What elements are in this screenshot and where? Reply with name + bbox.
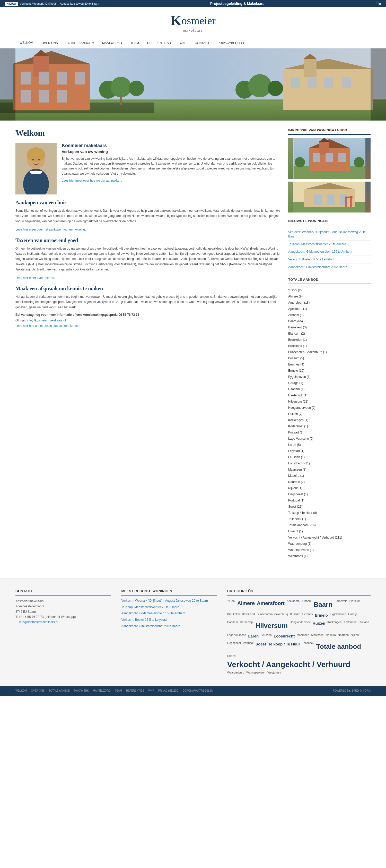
cat-tag[interactable]: Soest xyxy=(255,641,266,653)
footer-nav-item[interactable]: REFERENTIES xyxy=(126,689,144,692)
cat-tag[interactable]: Arnhem xyxy=(302,598,312,611)
section3-link[interactable]: Lees hier meer over taxeren. xyxy=(15,276,55,280)
nav-privacybeleid[interactable]: PRIVACYBELEID ▾ xyxy=(214,38,249,48)
aanbod-item[interactable]: Naarden (2) xyxy=(288,479,371,485)
aanbod-item[interactable]: Eygelshoven (1) xyxy=(288,374,371,380)
linkedin-icon[interactable]: in xyxy=(379,2,381,5)
aanbod-item[interactable]: Huizen (7) xyxy=(288,411,371,417)
nav-wnf[interactable]: WNF xyxy=(175,38,190,48)
news-item[interactable]: Verkocht: Woonark "Drijfhout" – August J… xyxy=(288,228,371,241)
footer-nav-item[interactable]: OVER ONS xyxy=(31,689,44,692)
aanbod-item[interactable]: Portugal (1) xyxy=(288,497,371,503)
cat-tag[interactable]: Naarden xyxy=(338,632,349,640)
footer-nav-item[interactable]: TEAM xyxy=(115,689,122,692)
nav-team[interactable]: TEAM xyxy=(126,38,143,48)
cat-tag[interactable]: Hooglanderveen xyxy=(290,620,311,632)
news-item[interactable]: Aangekocht: Gildemeetersplein 166 te Arn… xyxy=(288,248,371,256)
nav-over-ons[interactable]: OVER ONS xyxy=(37,38,62,48)
cat-tag[interactable]: Waardenburg xyxy=(227,670,244,675)
cat-tag[interactable]: Bussum xyxy=(290,612,300,619)
aanbod-item[interactable]: Arnhem (1) xyxy=(288,312,371,318)
aanbod-item[interactable]: Hooglanderveen (2) xyxy=(288,405,371,411)
aanbod-item[interactable]: Lelystad (1) xyxy=(288,448,371,454)
footer-nav-item[interactable]: WNF xyxy=(148,689,154,692)
aanbod-item[interactable]: Nijkerk (1) xyxy=(288,485,371,491)
nav-maatwerk[interactable]: MAATWERK ▾ xyxy=(98,38,126,48)
cat-tag[interactable]: 't Gooi xyxy=(227,598,235,611)
aanbod-item[interactable]: Te koop / Te Huur (8) xyxy=(288,510,371,516)
aanbod-item[interactable]: Hilversum (21) xyxy=(288,399,371,405)
aanbod-item[interactable]: Amersfoort (18) xyxy=(288,300,371,306)
nav-contact[interactable]: CONTACT xyxy=(191,38,214,48)
cat-tag[interactable]: Te koop / Te Huur xyxy=(268,641,300,653)
cat-tag[interactable]: Barneveld xyxy=(335,598,347,611)
aanbod-item[interactable]: Ermelo (16) xyxy=(288,368,371,374)
news-item[interactable]: Aangekocht: Pinksterbloernhof 20 te Baar… xyxy=(288,264,371,271)
footer-nav-item[interactable]: MANTELZORG xyxy=(93,689,111,692)
aanbod-item[interactable]: Harderwijk (1) xyxy=(288,392,371,399)
aanbod-item[interactable]: Almere (9) xyxy=(288,293,371,300)
nav-totale-aanbod[interactable]: TOTALE AANBOD ▾ xyxy=(62,38,98,48)
news-item[interactable]: Verkocht: Boeler 02 5 te Lelystad xyxy=(288,256,371,264)
cat-tag[interactable]: Harderwijk xyxy=(240,620,253,632)
aanbod-item[interactable]: Haarlem (1) xyxy=(288,386,371,392)
aanbod-item[interactable]: Wanneperveen (1) xyxy=(288,547,371,553)
aanbod-item[interactable]: Eemnes (4) xyxy=(288,361,371,368)
aanbod-item[interactable]: Tollebeek (1) xyxy=(288,516,371,522)
cat-tag[interactable]: Portugal xyxy=(243,641,253,653)
cat-tag[interactable]: Huizen xyxy=(313,620,325,632)
aanbod-item[interactable]: Loosdrecht (11) xyxy=(288,460,371,466)
cat-tag[interactable]: Wanneperveen xyxy=(246,670,265,675)
aanbod-item[interactable]: Leusden (1) xyxy=(288,454,371,460)
aanbod-item[interactable]: Verkocht / Aangekocht / Verhuurd (211) xyxy=(288,534,371,540)
news-item[interactable]: Te Koop: Maastrichtskwartier 72 te Almer… xyxy=(288,241,371,248)
facebook-icon[interactable]: f xyxy=(376,2,376,5)
footer-nav-item[interactable]: CORONAMAATREGELEN xyxy=(183,689,213,692)
aanbod-item[interactable]: Apeldoorn (1) xyxy=(288,306,371,312)
footer-nav-item[interactable]: TOTALE AANBOD xyxy=(49,689,70,692)
aanbod-item[interactable]: Broekland (1) xyxy=(288,343,371,349)
aanbod-item[interactable]: Bunschoten-Spakenburg (1) xyxy=(288,349,371,355)
cat-tag[interactable]: Eemnes xyxy=(302,612,313,619)
recent-item[interactable]: Verkocht: Boeler 02 5 te Lelystad xyxy=(121,618,217,622)
logo[interactable]: K osmeier makelaars xyxy=(170,12,216,32)
aanbod-item[interactable]: Westbroek (1) xyxy=(288,553,371,559)
footer-nav-item[interactable]: WELKOM xyxy=(15,689,27,692)
aanbod-item[interactable]: Breukelen (1) xyxy=(288,337,371,343)
cat-tag[interactable]: Apeldoorn xyxy=(287,598,300,611)
aanbod-item[interactable]: 't Gooi (2) xyxy=(288,287,371,293)
aanbod-item[interactable]: Lage Vuursche (2) xyxy=(288,436,371,442)
aanbod-item[interactable]: Kockengen (1) xyxy=(288,417,371,423)
cat-tag[interactable]: Laren xyxy=(248,632,258,640)
nav-referenties[interactable]: REFERENTIES ▾ xyxy=(143,38,175,48)
recent-item[interactable]: Te Koop: Maastrichtskwartier 72 te Almer… xyxy=(121,605,217,610)
cat-tag[interactable]: Nijkerk xyxy=(351,632,359,640)
aanbod-item[interactable]: Maarssen (3) xyxy=(288,466,371,473)
cat-tag[interactable]: Amersfoort xyxy=(257,598,285,611)
cat-tag[interactable]: Broekland xyxy=(242,612,255,619)
aanbod-item[interactable]: Utrecht (1) xyxy=(288,528,371,534)
cat-tag[interactable]: Breukelen xyxy=(227,612,240,619)
cat-tag[interactable]: Garage xyxy=(348,612,358,619)
cat-tag[interactable]: Maatssen xyxy=(311,632,324,640)
recent-item[interactable]: Aangekocht: Pinksterbloernhof 20 te Baar… xyxy=(121,624,217,628)
cat-tag[interactable]: Kockengen xyxy=(327,620,342,632)
cat-tag[interactable]: Verkocht / Aangekocht / Verhuurd xyxy=(227,660,371,669)
cat-tag[interactable]: Bunschoten-Spakenburg xyxy=(257,612,288,619)
cat-tag[interactable]: Baarn xyxy=(314,598,333,611)
recent-item[interactable]: Aangekocht: Gildemeetersplein 166 te Arn… xyxy=(121,611,217,616)
cat-tag[interactable]: Blaricum xyxy=(349,598,360,611)
cat-tag[interactable]: Tollebeek xyxy=(302,641,314,653)
aanbod-item[interactable]: Madeira (1) xyxy=(288,473,371,479)
cat-tag[interactable]: Maarssen xyxy=(297,632,309,640)
aanbod-item[interactable]: Bussum (5) xyxy=(288,355,371,361)
email-link[interactable]: info@kosmeiermakellaars.nl xyxy=(27,319,66,322)
contact-link[interactable]: Lees hier hoe u met ons in contact kunt … xyxy=(15,324,79,328)
cat-tag[interactable]: Hilversum xyxy=(255,620,288,632)
cat-tag[interactable]: Utrecht xyxy=(227,654,236,659)
cat-tag[interactable]: Almere xyxy=(237,598,255,611)
cat-tag[interactable]: Kuitaart xyxy=(359,620,369,632)
cat-tag[interactable]: Eygelshoven xyxy=(330,612,346,619)
nav-welkom[interactable]: WELKOM xyxy=(15,38,37,48)
aanbod-item[interactable]: Totale aanbod (216) xyxy=(288,522,371,528)
